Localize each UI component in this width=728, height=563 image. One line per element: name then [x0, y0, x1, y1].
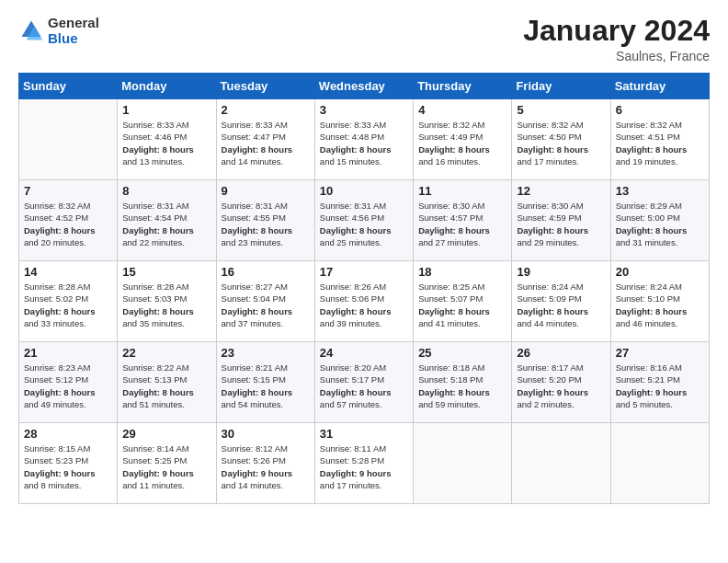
day-info: Sunrise: 8:17 AMSunset: 5:20 PMDaylight:…: [517, 362, 605, 410]
col-header-thursday: Thursday: [414, 74, 512, 99]
day-number: 27: [616, 346, 704, 360]
day-info: Sunrise: 8:32 AMSunset: 4:49 PMDaylight:…: [418, 119, 506, 167]
day-cell: 18Sunrise: 8:25 AMSunset: 5:07 PMDayligh…: [414, 261, 512, 342]
logo: General Blue: [18, 15, 99, 47]
day-info: Sunrise: 8:29 AMSunset: 5:00 PMDaylight:…: [616, 200, 704, 248]
day-cell: 13Sunrise: 8:29 AMSunset: 5:00 PMDayligh…: [610, 180, 709, 261]
day-info: Sunrise: 8:31 AMSunset: 4:56 PMDaylight:…: [320, 200, 408, 248]
day-info: Sunrise: 8:25 AMSunset: 5:07 PMDaylight:…: [418, 281, 506, 329]
day-number: 7: [24, 184, 112, 198]
day-info: Sunrise: 8:18 AMSunset: 5:18 PMDaylight:…: [418, 362, 506, 410]
day-info: Sunrise: 8:31 AMSunset: 4:55 PMDaylight:…: [222, 200, 310, 248]
day-cell: [19, 99, 118, 180]
day-info: Sunrise: 8:32 AMSunset: 4:51 PMDaylight:…: [616, 119, 704, 167]
day-number: 15: [122, 265, 210, 279]
calendar-table: SundayMondayTuesdayWednesdayThursdayFrid…: [18, 73, 710, 504]
day-cell: 3Sunrise: 8:33 AMSunset: 4:48 PMDaylight…: [314, 99, 413, 180]
header: General Blue January 2024 Saulnes, Franc…: [18, 15, 710, 63]
day-info: Sunrise: 8:23 AMSunset: 5:12 PMDaylight:…: [24, 362, 112, 410]
day-cell: 15Sunrise: 8:28 AMSunset: 5:03 PMDayligh…: [118, 261, 216, 342]
day-cell: 31Sunrise: 8:11 AMSunset: 5:28 PMDayligh…: [314, 423, 413, 504]
logo-text: General Blue: [48, 15, 99, 47]
day-cell: 8Sunrise: 8:31 AMSunset: 4:54 PMDaylight…: [118, 180, 216, 261]
day-cell: 7Sunrise: 8:32 AMSunset: 4:52 PMDaylight…: [19, 180, 118, 261]
col-header-saturday: Saturday: [610, 74, 709, 99]
day-number: 1: [122, 103, 210, 117]
day-cell: 30Sunrise: 8:12 AMSunset: 5:26 PMDayligh…: [216, 423, 314, 504]
col-header-monday: Monday: [118, 74, 216, 99]
day-number: 12: [517, 184, 605, 198]
day-number: 2: [222, 103, 310, 117]
day-info: Sunrise: 8:14 AMSunset: 5:25 PMDaylight:…: [122, 442, 210, 491]
day-number: 29: [122, 427, 210, 441]
day-number: 18: [418, 265, 506, 279]
col-header-sunday: Sunday: [19, 74, 118, 99]
day-cell: 26Sunrise: 8:17 AMSunset: 5:20 PMDayligh…: [512, 342, 610, 423]
day-info: Sunrise: 8:27 AMSunset: 5:04 PMDaylight:…: [222, 281, 310, 329]
day-number: 13: [616, 184, 704, 198]
day-info: Sunrise: 8:12 AMSunset: 5:26 PMDaylight:…: [222, 442, 310, 491]
day-number: 14: [24, 265, 112, 279]
header-row: SundayMondayTuesdayWednesdayThursdayFrid…: [19, 74, 710, 99]
day-number: 6: [616, 103, 704, 117]
day-cell: 6Sunrise: 8:32 AMSunset: 4:51 PMDaylight…: [610, 99, 709, 180]
day-number: 19: [517, 265, 605, 279]
day-number: 9: [222, 184, 310, 198]
day-number: 8: [122, 184, 210, 198]
day-cell: [610, 423, 709, 504]
day-cell: 24Sunrise: 8:20 AMSunset: 5:17 PMDayligh…: [314, 342, 413, 423]
day-cell: 2Sunrise: 8:33 AMSunset: 4:47 PMDaylight…: [216, 99, 314, 180]
day-info: Sunrise: 8:33 AMSunset: 4:47 PMDaylight:…: [222, 119, 310, 167]
week-row: 14Sunrise: 8:28 AMSunset: 5:02 PMDayligh…: [19, 261, 710, 342]
logo-general: General: [48, 15, 99, 30]
day-info: Sunrise: 8:24 AMSunset: 5:10 PMDaylight:…: [616, 281, 704, 329]
day-cell: 27Sunrise: 8:16 AMSunset: 5:21 PMDayligh…: [610, 342, 709, 423]
logo-icon: [18, 17, 44, 43]
day-info: Sunrise: 8:33 AMSunset: 4:48 PMDaylight:…: [320, 119, 408, 167]
day-info: Sunrise: 8:31 AMSunset: 4:54 PMDaylight:…: [122, 200, 210, 248]
day-cell: 17Sunrise: 8:26 AMSunset: 5:06 PMDayligh…: [314, 261, 413, 342]
logo-blue: Blue: [48, 30, 78, 46]
calendar-subtitle: Saulnes, France: [523, 49, 710, 63]
day-info: Sunrise: 8:11 AMSunset: 5:28 PMDaylight:…: [320, 442, 408, 491]
week-row: 21Sunrise: 8:23 AMSunset: 5:12 PMDayligh…: [19, 342, 710, 423]
day-cell: 1Sunrise: 8:33 AMSunset: 4:46 PMDaylight…: [118, 99, 216, 180]
day-cell: 14Sunrise: 8:28 AMSunset: 5:02 PMDayligh…: [19, 261, 118, 342]
week-row: 7Sunrise: 8:32 AMSunset: 4:52 PMDaylight…: [19, 180, 710, 261]
day-cell: 28Sunrise: 8:15 AMSunset: 5:23 PMDayligh…: [19, 423, 118, 504]
day-info: Sunrise: 8:28 AMSunset: 5:02 PMDaylight:…: [24, 281, 112, 329]
day-number: 4: [418, 103, 506, 117]
day-cell: 12Sunrise: 8:30 AMSunset: 4:59 PMDayligh…: [512, 180, 610, 261]
day-info: Sunrise: 8:28 AMSunset: 5:03 PMDaylight:…: [122, 281, 210, 329]
calendar-title: January 2024: [523, 15, 710, 47]
page: General Blue January 2024 Saulnes, Franc…: [0, 0, 728, 563]
day-number: 28: [24, 427, 112, 441]
day-cell: 23Sunrise: 8:21 AMSunset: 5:15 PMDayligh…: [216, 342, 314, 423]
title-block: January 2024 Saulnes, France: [523, 15, 710, 63]
day-info: Sunrise: 8:21 AMSunset: 5:15 PMDaylight:…: [222, 362, 310, 410]
col-header-tuesday: Tuesday: [216, 74, 314, 99]
day-cell: 16Sunrise: 8:27 AMSunset: 5:04 PMDayligh…: [216, 261, 314, 342]
week-row: 28Sunrise: 8:15 AMSunset: 5:23 PMDayligh…: [19, 423, 710, 504]
day-cell: [414, 423, 512, 504]
day-number: 17: [320, 265, 408, 279]
day-number: 22: [122, 346, 210, 360]
day-info: Sunrise: 8:32 AMSunset: 4:50 PMDaylight:…: [517, 119, 605, 167]
day-cell: [512, 423, 610, 504]
week-row: 1Sunrise: 8:33 AMSunset: 4:46 PMDaylight…: [19, 99, 710, 180]
day-info: Sunrise: 8:26 AMSunset: 5:06 PMDaylight:…: [320, 281, 408, 329]
day-cell: 9Sunrise: 8:31 AMSunset: 4:55 PMDaylight…: [216, 180, 314, 261]
day-cell: 20Sunrise: 8:24 AMSunset: 5:10 PMDayligh…: [610, 261, 709, 342]
day-info: Sunrise: 8:33 AMSunset: 4:46 PMDaylight:…: [122, 119, 210, 167]
day-info: Sunrise: 8:22 AMSunset: 5:13 PMDaylight:…: [122, 362, 210, 410]
day-info: Sunrise: 8:32 AMSunset: 4:52 PMDaylight:…: [24, 200, 112, 248]
day-info: Sunrise: 8:16 AMSunset: 5:21 PMDaylight:…: [616, 362, 704, 410]
day-number: 23: [222, 346, 310, 360]
day-number: 16: [222, 265, 310, 279]
day-info: Sunrise: 8:20 AMSunset: 5:17 PMDaylight:…: [320, 362, 408, 410]
day-info: Sunrise: 8:30 AMSunset: 4:59 PMDaylight:…: [517, 200, 605, 248]
day-info: Sunrise: 8:15 AMSunset: 5:23 PMDaylight:…: [24, 442, 112, 491]
day-cell: 22Sunrise: 8:22 AMSunset: 5:13 PMDayligh…: [118, 342, 216, 423]
day-cell: 21Sunrise: 8:23 AMSunset: 5:12 PMDayligh…: [19, 342, 118, 423]
day-number: 31: [320, 427, 408, 441]
